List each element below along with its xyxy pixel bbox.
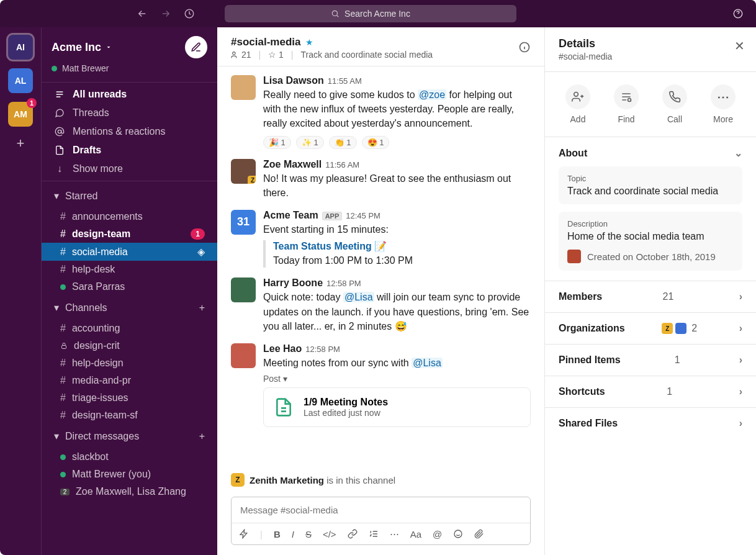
attachment-type[interactable]: Post ▾ — [263, 374, 531, 384]
back-icon[interactable] — [137, 8, 148, 19]
details-row[interactable]: Members21› — [559, 291, 742, 302]
emoji-icon[interactable] — [453, 529, 463, 539]
reaction[interactable]: 🎉 1 — [263, 136, 291, 149]
svg-point-7 — [454, 530, 462, 538]
sidebar-threads[interactable]: Threads — [42, 104, 217, 122]
numbered-list-icon[interactable] — [369, 529, 379, 539]
sidebar-channel-item[interactable]: Matt Brewer (you) — [42, 466, 217, 483]
sidebar-channel-item[interactable]: #accounting — [42, 320, 217, 337]
avatar[interactable] — [231, 278, 256, 302]
add-channel-icon[interactable]: + — [199, 302, 205, 314]
channel-topic[interactable]: Track and coordinate social media — [300, 50, 433, 60]
help-icon[interactable] — [732, 8, 744, 19]
message-sender[interactable]: Lee Hao — [263, 343, 302, 354]
sidebar-channel-item[interactable]: #help-design — [42, 354, 217, 372]
workspace-switcher-item[interactable]: AM 1 — [8, 102, 33, 127]
avatar[interactable] — [231, 75, 256, 100]
sidebar-section-starred[interactable]: ▾ Starred — [42, 184, 217, 208]
details-row[interactable]: Pinned Items1› — [559, 354, 742, 366]
presence-active-icon — [52, 66, 57, 71]
search-icon — [331, 9, 340, 18]
lightning-icon[interactable] — [239, 529, 249, 539]
mention[interactable]: @zoe — [418, 89, 446, 100]
sidebar-section-channels[interactable]: ▾ Channels + — [42, 296, 217, 320]
threads-icon — [54, 108, 65, 118]
chevron-right-icon: › — [739, 354, 742, 366]
reaction[interactable]: 👏 1 — [329, 136, 357, 149]
mention[interactable]: @Lisa — [343, 292, 374, 302]
sidebar-drafts[interactable]: Drafts — [42, 141, 217, 160]
details-about-toggle[interactable]: About ⌄ — [559, 147, 742, 159]
creator-avatar — [567, 250, 581, 263]
sidebar-channel-item[interactable]: design-crit — [42, 337, 217, 354]
post-attachment[interactable]: 1/9 Meeting NotesLast edited just now — [263, 387, 531, 427]
message-sender[interactable]: Zoe Maxwell — [263, 159, 322, 169]
attach-icon[interactable] — [474, 529, 484, 539]
add-dm-icon[interactable]: + — [199, 431, 205, 442]
workspace-name[interactable]: Acme Inc — [52, 41, 101, 54]
code-icon[interactable]: </> — [323, 529, 336, 539]
workspace-switcher-item[interactable]: AL — [8, 68, 33, 93]
text-format-icon[interactable]: Aa — [410, 529, 421, 539]
avatar[interactable]: 31 — [231, 210, 256, 235]
reaction[interactable]: ✨ 1 — [296, 136, 324, 149]
workspace-switcher-item[interactable]: AI — [8, 35, 33, 60]
link-icon[interactable] — [348, 529, 358, 539]
sidebar-mentions[interactable]: Mentions & reactions — [42, 122, 217, 141]
bold-icon[interactable]: B — [274, 529, 281, 539]
channel-title[interactable]: #social-media — [231, 36, 300, 48]
at-icon[interactable]: @ — [433, 529, 442, 539]
call-icon — [662, 84, 687, 109]
chevron-down-icon[interactable] — [105, 43, 112, 51]
event-link[interactable]: Team Status Meeting — [273, 241, 372, 251]
message-sender[interactable]: Harry Boone — [263, 278, 323, 288]
message-sender[interactable]: Acme Team — [263, 210, 318, 220]
add-workspace-icon[interactable]: + — [17, 135, 25, 151]
details-row[interactable]: OrganizationsZ2› — [559, 323, 742, 334]
members-count[interactable]: 21 — [231, 50, 251, 60]
avatar[interactable]: Z — [231, 159, 256, 184]
history-icon[interactable] — [184, 8, 195, 19]
sidebar-channel-item[interactable]: #help-desk — [42, 261, 217, 278]
compose-button[interactable] — [185, 36, 207, 58]
sidebar-channel-item[interactable]: #design-team-sf — [42, 407, 217, 424]
mention[interactable]: @Lisa — [412, 358, 443, 368]
chevron-right-icon: › — [739, 323, 742, 334]
details-action-more[interactable]: ⋯More — [711, 84, 736, 124]
sidebar-section-dms[interactable]: ▾ Direct messages + — [42, 424, 217, 448]
details-action-find[interactable]: Find — [614, 84, 639, 124]
sidebar-channel-item[interactable]: #social-media◈ — [42, 243, 217, 261]
more-icon: ⋯ — [711, 84, 736, 109]
caret-down-icon: ▾ — [54, 302, 59, 314]
sidebar-channel-item[interactable]: Sara Parras — [42, 278, 217, 296]
strikethrough-icon[interactable]: S — [305, 529, 312, 539]
avatar[interactable] — [231, 343, 256, 368]
current-user-name: Matt Brewer — [62, 63, 109, 73]
more-icon[interactable]: ⋯ — [390, 528, 399, 539]
sidebar-channel-item[interactable]: #design-team1 — [42, 225, 217, 243]
message-input[interactable] — [232, 497, 530, 523]
sidebar-channel-item[interactable]: slackbot — [42, 448, 217, 466]
pins-count[interactable]: ☆ 1 — [268, 50, 284, 60]
sidebar-channel-item[interactable]: #triage-issues — [42, 389, 217, 407]
italic-icon[interactable]: I — [292, 529, 294, 539]
message-text: Event starting in 15 minutes: — [263, 222, 531, 237]
details-action-add[interactable]: Add — [565, 84, 590, 124]
details-action-call[interactable]: Call — [662, 84, 687, 124]
info-icon[interactable] — [518, 41, 531, 53]
details-row[interactable]: Shared Files› — [559, 418, 742, 429]
message-sender[interactable]: Lisa Dawson — [263, 75, 324, 86]
search-input[interactable]: Search Acme Inc — [225, 5, 516, 22]
sidebar-channel-item[interactable]: 2Zoe Maxwell, Lisa Zhang — [42, 483, 217, 500]
sidebar-channel-item[interactable]: #announcements — [42, 208, 217, 225]
reaction[interactable]: 😍 1 — [362, 136, 390, 149]
chevron-right-icon: › — [739, 418, 742, 429]
topic-text: Track and coordinate social media — [567, 186, 734, 197]
sidebar-all-unreads[interactable]: All unreads — [42, 85, 217, 104]
close-icon[interactable]: ✕ — [734, 38, 745, 53]
sidebar-channel-item[interactable]: #media-and-pr — [42, 372, 217, 389]
forward-icon[interactable] — [160, 8, 171, 19]
sidebar-show-more[interactable]: ↓ Show more — [42, 160, 217, 178]
details-row[interactable]: Shortcuts1› — [559, 386, 742, 397]
star-icon[interactable]: ★ — [305, 37, 313, 47]
